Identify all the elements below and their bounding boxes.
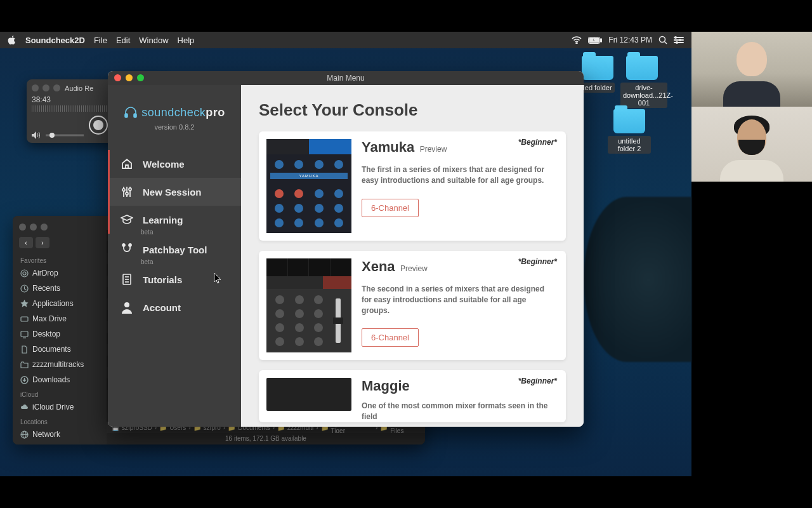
webcam-panel-1	[691, 32, 812, 107]
close-button[interactable]	[32, 84, 39, 91]
channel-tag[interactable]: 6-Channel	[362, 328, 419, 347]
window-title: Main Menu	[327, 74, 364, 83]
home-icon	[121, 157, 133, 170]
zoom-button[interactable]	[53, 84, 60, 91]
zoom-button[interactable]	[41, 224, 48, 231]
menubar-help[interactable]: Help	[178, 36, 195, 45]
console-thumb	[266, 258, 351, 352]
svg-point-13	[93, 120, 103, 130]
sidebar-icloud[interactable]: iCloud Drive	[15, 399, 104, 415]
sidebar-recents[interactable]: Recents	[15, 281, 104, 296]
svg-point-34	[122, 244, 125, 246]
close-button[interactable]	[114, 74, 121, 81]
user-icon	[121, 301, 133, 314]
graduation-icon	[121, 213, 133, 226]
preview-label: Preview	[420, 145, 447, 154]
page-heading: Select Your Console	[259, 100, 566, 120]
mouse-cursor	[214, 273, 222, 284]
search-icon[interactable]	[658, 36, 667, 44]
svg-point-35	[129, 244, 131, 246]
svg-rect-27	[134, 114, 136, 117]
console-desc: One of the most common mixer formats see…	[362, 401, 552, 422]
patchbay-beta-label: beta	[141, 258, 241, 265]
console-card-maggie[interactable]: *Beginner* Maggie One of the most common…	[259, 370, 566, 422]
sidebar-downloads[interactable]: Downloads	[15, 372, 104, 387]
console-thumb: YAMUKA	[266, 139, 351, 233]
app-sidebar: soundcheckpro version 0.8.2 Welcome New …	[108, 85, 241, 427]
forward-button[interactable]: ›	[36, 237, 49, 248]
svg-point-4	[660, 37, 665, 43]
close-button[interactable]	[19, 224, 26, 231]
sidebar-multitracks[interactable]: zzzzmultitracks	[15, 357, 104, 372]
learning-beta-label: beta	[141, 229, 241, 236]
record-button-icon[interactable]	[89, 116, 108, 135]
svg-point-33	[129, 188, 131, 190]
desktop-folder[interactable]: drive-download...21Z-001	[620, 56, 664, 108]
apple-logo-icon[interactable]	[8, 36, 16, 44]
svg-rect-8	[674, 42, 684, 43]
console-name: Yamuka	[362, 139, 414, 156]
minimize-button[interactable]	[43, 84, 49, 91]
svg-point-32	[126, 192, 128, 195]
console-desc: The first in a series of mixers that are…	[362, 164, 552, 186]
volume-icon[interactable]	[32, 131, 41, 139]
volume-slider[interactable]	[46, 133, 84, 138]
app-brand: soundcheckpro version 0.8.2	[108, 105, 241, 131]
menubar-window[interactable]: Window	[139, 36, 168, 45]
minimize-button[interactable]	[30, 224, 37, 231]
svg-point-15	[49, 133, 55, 138]
sidebar-applications[interactable]: Applications	[15, 296, 104, 311]
sidebar-airdrop[interactable]: AirDrop	[15, 265, 104, 281]
svg-point-9	[674, 36, 677, 39]
app-content: Select Your Console YAMUKA *Beginner* Ya…	[241, 85, 584, 427]
cable-icon	[121, 243, 133, 256]
nav-welcome[interactable]: Welcome	[108, 150, 241, 178]
level-badge: *Beginner*	[518, 257, 557, 266]
sidebar-network[interactable]: Network	[15, 427, 104, 442]
level-badge: *Beginner*	[518, 377, 557, 385]
nav-account[interactable]: Account	[108, 293, 241, 321]
menubar-file[interactable]: File	[94, 36, 107, 45]
channel-tag[interactable]: 6-Channel	[362, 199, 419, 217]
zoom-button[interactable]	[137, 74, 144, 81]
svg-point-31	[122, 189, 125, 191]
console-card-xena[interactable]: *Beginner* Xena Preview The second in a …	[259, 251, 566, 360]
console-desc: The second in a series of mixers that ar…	[362, 284, 552, 316]
battery-icon[interactable]	[588, 37, 602, 44]
svg-rect-3	[601, 39, 602, 42]
sidebar-maxdrive[interactable]: Max Drive	[15, 311, 104, 326]
minimize-button[interactable]	[126, 74, 133, 81]
back-button[interactable]: ‹	[19, 237, 33, 248]
svg-rect-19	[21, 317, 28, 321]
sidebar-documents[interactable]: Documents	[15, 342, 104, 357]
locations-label: Locations	[15, 415, 104, 427]
app-version: version 0.8.2	[108, 123, 241, 131]
headphones-icon	[124, 105, 138, 119]
menubar-app-name[interactable]: Soundcheck2D	[25, 36, 85, 45]
svg-point-40	[124, 302, 129, 307]
wifi-icon[interactable]	[572, 36, 582, 44]
preview-label: Preview	[400, 264, 428, 273]
webcam-panel-2	[691, 107, 812, 182]
finder-status: 16 items, 172.1 GB available	[107, 433, 425, 444]
svg-point-16	[21, 270, 28, 277]
level-badge: *Beginner*	[518, 138, 557, 147]
svg-rect-20	[21, 331, 28, 337]
desktop-folder[interactable]: untitled folder 2	[608, 109, 651, 154]
sidebar-desktop[interactable]: Desktop	[15, 326, 104, 342]
console-thumb	[266, 378, 351, 411]
audio-window-title: Audio Re	[65, 84, 93, 92]
menubar-clock[interactable]: Fri 12:43 PM	[608, 36, 652, 44]
svg-line-5	[665, 42, 667, 44]
svg-rect-26	[125, 114, 128, 117]
svg-point-17	[23, 272, 26, 275]
svg-point-10	[679, 39, 681, 41]
macos-menubar: Soundcheck2D File Edit Window Help Fri 1…	[0, 32, 691, 48]
menubar-edit[interactable]: Edit	[116, 36, 130, 45]
soundcheck-main-window[interactable]: Main Menu soundcheckpro version 0.8.2 We…	[108, 71, 584, 427]
control-center-icon[interactable]	[674, 36, 684, 44]
console-name: Maggie	[362, 378, 410, 394]
nav-new-session[interactable]: New Session	[108, 178, 241, 206]
console-card-yamuka[interactable]: YAMUKA *Beginner* Yamuka Preview The fir…	[259, 131, 566, 241]
document-icon	[121, 273, 133, 286]
